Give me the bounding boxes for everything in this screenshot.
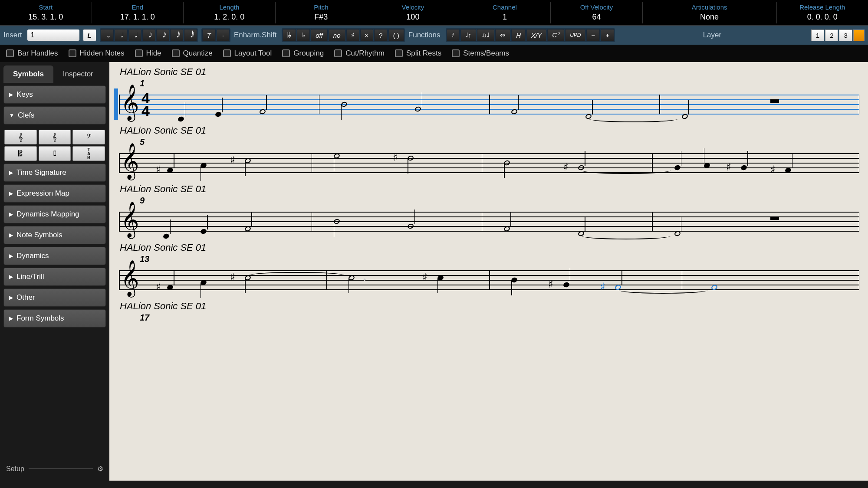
zoom-in-button[interactable]: + [601, 29, 614, 41]
zoom-out-button[interactable]: − [586, 29, 600, 41]
note-info-bar: Start 15. 3. 1. 0 End 17. 1. 1. 0 Length… [0, 0, 868, 26]
thirtysecond-note-button[interactable]: 𝅘𝅥𝅰 [170, 29, 183, 41]
eighth-note-button[interactable]: 𝅘𝅥𝅮 [142, 29, 155, 41]
sixteenth-note-button[interactable]: 𝅘𝅥𝅯 [156, 29, 169, 41]
tab-symbols[interactable]: Symbols [3, 66, 53, 83]
half-note-button[interactable]: 𝅗𝅥 [115, 29, 128, 41]
enharm-off-button[interactable]: off [311, 29, 328, 41]
layout-tool-option[interactable]: Layout Tool [223, 49, 272, 58]
info-off-velocity[interactable]: Off Velocity 64 [551, 2, 643, 23]
checkbox-icon [135, 49, 143, 57]
acc-form-symbols[interactable]: ▶Form Symbols [3, 309, 106, 328]
clef-palette: 𝄞 𝄞 𝄢 𝄡 𝄦 TAB [3, 127, 106, 164]
acc-note-symbols[interactable]: ▶Note Symbols [3, 226, 106, 244]
info-velocity[interactable]: Velocity 100 [367, 2, 459, 23]
layer-3-button[interactable]: 3 [839, 29, 852, 41]
info-pitch[interactable]: Pitch F#3 [276, 2, 368, 23]
info-length[interactable]: Length 1. 2. 0. 0 [184, 2, 276, 23]
staff[interactable]: 𝄞 ♯ ♯ ♯ ♯ [119, 147, 859, 178]
bar-handles-option[interactable]: Bar Handles [6, 49, 58, 58]
acc-keys[interactable]: ▶Keys [3, 85, 106, 104]
percussion-clef-button[interactable]: 𝄦 [39, 146, 71, 161]
flat-button[interactable]: ♭ [297, 29, 310, 41]
chevron-down-icon: ▼ [9, 112, 14, 118]
flip-button[interactable]: ♩↑ [460, 29, 477, 41]
bar-number: 5 [140, 137, 859, 147]
staff[interactable]: 𝄞 44 [119, 88, 859, 120]
enharm-no-button[interactable]: no [329, 29, 345, 41]
stems-beams-option[interactable]: Stems/Beams [452, 49, 509, 58]
quantize-option[interactable]: Quantize [172, 49, 213, 58]
auto-layout-button[interactable]: ⇔ [495, 29, 510, 41]
dot-button[interactable]: · [217, 29, 230, 41]
update-button[interactable]: UPD [565, 29, 585, 41]
treble-clef-icon: 𝄞 [121, 87, 139, 118]
layer-1-button[interactable]: 1 [811, 29, 824, 41]
l-button[interactable]: L [83, 29, 96, 41]
options-bar: Bar Handles Hidden Notes Hide Quantize L… [0, 45, 868, 62]
chevron-right-icon: ▶ [9, 170, 13, 176]
staff[interactable]: 𝄞 [119, 206, 859, 237]
whole-note-button[interactable]: 𝅝 [101, 29, 114, 41]
acc-line-trill[interactable]: ▶Line/Trill [3, 268, 106, 286]
quarter-note-button[interactable]: 𝅘𝅥 [128, 29, 141, 41]
info-channel[interactable]: Channel 1 [459, 2, 551, 23]
enharm-question-button[interactable]: ? [374, 29, 387, 41]
make-chord-button[interactable]: C⁷ [547, 29, 564, 41]
layer-2-button[interactable]: 2 [825, 29, 838, 41]
sixtyfourth-note-button[interactable]: 𝅘𝅥𝅱 [184, 29, 197, 41]
tab-inspector[interactable]: Inspector [53, 66, 103, 83]
bar-number: 17 [140, 313, 859, 323]
hide-button[interactable]: H [511, 29, 526, 41]
info-articulations[interactable]: Articulations None [643, 2, 777, 23]
acc-expression-map[interactable]: ▶Expression Map [3, 184, 106, 203]
divider [29, 468, 93, 469]
bar-number: 9 [140, 196, 859, 206]
info-start[interactable]: Start 15. 3. 1. 0 [0, 2, 92, 23]
double-sharp-button[interactable]: × [360, 29, 374, 41]
checkbox-icon [452, 49, 460, 57]
symbols-accordion: ▶Keys ▼Clefs 𝄞 𝄞 𝄢 𝄡 𝄦 TAB ▶Time Signatu… [3, 85, 106, 460]
info-end[interactable]: End 17. 1. 1. 0 [92, 2, 184, 23]
info-button[interactable]: i [447, 29, 460, 41]
layer-all-button[interactable] [853, 29, 865, 41]
setup-row[interactable]: Setup ⚙ [3, 460, 106, 477]
track-name-label: HALion Sonic SE 01 [120, 66, 859, 78]
insert-field[interactable]: 1 [27, 29, 79, 41]
acc-clefs[interactable]: ▼Clefs [3, 106, 106, 124]
staff[interactable]: 𝄞 ♯ ♯ • ♯ ♯ [119, 264, 859, 295]
treble-clef-button[interactable]: 𝄞 [4, 130, 37, 144]
acc-dynamics-mapping[interactable]: ▶Dynamics Mapping [3, 205, 106, 223]
acc-other[interactable]: ▶Other [3, 288, 106, 307]
score-system-5: HALion Sonic SE 01 17 [114, 301, 859, 323]
hide-option[interactable]: Hide [135, 49, 161, 58]
treble-clef-8-button[interactable]: 𝄞 [39, 130, 71, 144]
bass-clef-button[interactable]: 𝄢 [72, 130, 105, 144]
acc-time-signature[interactable]: ▶Time Signature [3, 164, 106, 182]
split-rests-option[interactable]: Split Rests [395, 49, 441, 58]
cut-rhythm-option[interactable]: Cut/Rhythm [334, 49, 385, 58]
score-view[interactable]: HALion Sonic SE 01 1 𝄞 44 [109, 62, 868, 481]
group-button[interactable]: ♫♩ [477, 29, 494, 41]
acc-dynamics[interactable]: ▶Dynamics [3, 247, 106, 265]
hidden-notes-option[interactable]: Hidden Notes [69, 49, 125, 58]
info-release-length[interactable]: Release Length 0. 0. 0. 0 [777, 2, 868, 23]
checkbox-icon [172, 49, 180, 57]
double-flat-button[interactable]: 𝄫 [283, 29, 296, 41]
tuplet-button[interactable]: T [202, 29, 216, 41]
alto-clef-button[interactable]: 𝄡 [4, 146, 37, 161]
enharm-paren-button[interactable]: ( ) [388, 29, 404, 41]
chevron-right-icon: ▶ [9, 232, 13, 238]
grouping-option[interactable]: Grouping [282, 49, 324, 58]
tab-clef-button[interactable]: TAB [72, 146, 105, 161]
layer-label: Layer [703, 31, 722, 39]
sharp-button[interactable]: ♯ [346, 29, 359, 41]
position-button[interactable]: X/Y [526, 29, 546, 41]
active-system-marker [114, 88, 118, 120]
treble-clef-icon: 𝄞 [121, 204, 139, 235]
chevron-right-icon: ▶ [9, 92, 13, 98]
checkbox-icon [69, 49, 76, 57]
toolbar: Insert 1 L 𝅝 𝅗𝅥 𝅘𝅥 𝅘𝅥𝅮 𝅘𝅥𝅯 𝅘𝅥𝅰 𝅘𝅥𝅱 T · E… [0, 26, 868, 45]
track-name-label: HALion Sonic SE 01 [120, 301, 859, 312]
gear-icon[interactable]: ⚙ [97, 465, 103, 473]
